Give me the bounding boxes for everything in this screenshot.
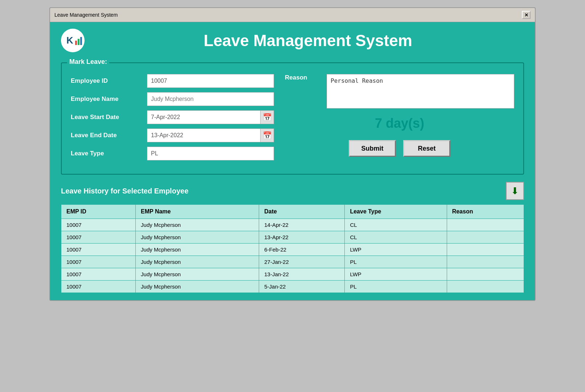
table-cell-reason bbox=[447, 219, 524, 231]
history-section: Leave History for Selected Employee ⬇ EM… bbox=[61, 182, 524, 293]
form-right: Reason Personal Reason 7 day(s) Submit R… bbox=[285, 74, 514, 165]
col-date: Date bbox=[259, 205, 345, 219]
leave-end-label: Leave End Date bbox=[71, 132, 147, 139]
svg-rect-4 bbox=[80, 37, 82, 45]
table-cell-reason bbox=[447, 268, 524, 281]
export-button[interactable]: ⬇ bbox=[506, 182, 524, 200]
table-cell-emp_id: 10007 bbox=[61, 244, 136, 256]
reason-row: Reason Personal Reason bbox=[285, 74, 514, 109]
leave-start-input[interactable] bbox=[147, 110, 260, 124]
table-cell-leave_type: LWP bbox=[345, 244, 447, 256]
table-header-row: EMP ID EMP Name Date Leave Type Reason bbox=[61, 205, 524, 219]
table-cell-leave_type: PL bbox=[345, 281, 447, 293]
table-cell-emp_name: Judy Mcpherson bbox=[136, 268, 259, 281]
main-content: Mark Leave: Employee ID Employee Name bbox=[50, 59, 535, 300]
table-cell-date: 13-Jan-22 bbox=[259, 268, 345, 281]
days-display: 7 day(s) bbox=[285, 116, 514, 131]
leave-type-input[interactable] bbox=[147, 147, 274, 160]
table-cell-date: 27-Jan-22 bbox=[259, 256, 345, 268]
employee-name-input[interactable] bbox=[147, 92, 274, 106]
calendar-icon: 📅 bbox=[263, 113, 272, 122]
table-cell-emp_name: Judy Mcpherson bbox=[136, 231, 259, 244]
col-leave-type: Leave Type bbox=[345, 205, 447, 219]
table-cell-emp_name: Judy Mcpherson bbox=[136, 281, 259, 293]
table-cell-reason bbox=[447, 231, 524, 244]
table-cell-emp_id: 10007 bbox=[61, 256, 136, 268]
employee-name-label: Employee Name bbox=[71, 95, 147, 103]
leave-start-row: Leave Start Date 📅 bbox=[71, 110, 274, 124]
col-emp-id: EMP ID bbox=[61, 205, 136, 219]
table-cell-reason bbox=[447, 244, 524, 256]
leave-end-calendar-button[interactable]: 📅 bbox=[260, 128, 274, 142]
employee-id-input[interactable] bbox=[147, 74, 274, 88]
table-cell-emp_id: 10007 bbox=[61, 231, 136, 244]
download-icon: ⬇ bbox=[511, 185, 519, 197]
leave-start-field: 📅 bbox=[147, 110, 274, 124]
table-cell-emp_name: Judy Mcpherson bbox=[136, 244, 259, 256]
logo: K bbox=[61, 29, 85, 52]
table-cell-reason bbox=[447, 256, 524, 268]
svg-rect-2 bbox=[75, 41, 77, 45]
form-body: Employee ID Employee Name Leave Start Da… bbox=[71, 74, 514, 165]
table-cell-date: 5-Jan-22 bbox=[259, 281, 345, 293]
table-row: 10007Judy Mcpherson6-Feb-22LWP bbox=[61, 244, 524, 256]
leave-end-row: Leave End Date 📅 bbox=[71, 128, 274, 142]
reason-textarea[interactable]: Personal Reason bbox=[327, 74, 514, 109]
table-cell-emp_id: 10007 bbox=[61, 219, 136, 231]
reset-button[interactable]: Reset bbox=[403, 140, 450, 157]
action-buttons: Submit Reset bbox=[285, 140, 514, 157]
history-title: Leave History for Selected Employee bbox=[61, 187, 188, 195]
table-cell-date: 6-Feb-22 bbox=[259, 244, 345, 256]
table-row: 10007Judy Mcpherson27-Jan-22PL bbox=[61, 256, 524, 268]
leave-end-input[interactable] bbox=[147, 128, 260, 142]
mark-leave-section: Mark Leave: Employee ID Employee Name bbox=[61, 62, 524, 175]
leave-type-label: Leave Type bbox=[71, 150, 147, 157]
table-cell-emp_id: 10007 bbox=[61, 268, 136, 281]
table-cell-emp_name: Judy Mcpherson bbox=[136, 219, 259, 231]
history-header: Leave History for Selected Employee ⬇ bbox=[61, 182, 524, 200]
leave-start-label: Leave Start Date bbox=[71, 114, 147, 121]
table-cell-leave_type: LWP bbox=[345, 268, 447, 281]
svg-rect-3 bbox=[78, 39, 79, 45]
reason-label: Reason bbox=[285, 74, 321, 81]
employee-id-row: Employee ID bbox=[71, 74, 274, 88]
table-cell-date: 13-Apr-22 bbox=[259, 231, 345, 244]
history-table: EMP ID EMP Name Date Leave Type Reason 1… bbox=[61, 204, 524, 293]
app-title: Leave Management System bbox=[92, 32, 524, 50]
title-bar: Leave Management System ✕ bbox=[50, 8, 535, 22]
app-header: K Leave Management System bbox=[50, 22, 535, 59]
table-row: 10007Judy Mcpherson13-Apr-22CL bbox=[61, 231, 524, 244]
table-cell-date: 14-Apr-22 bbox=[259, 219, 345, 231]
submit-button[interactable]: Submit bbox=[349, 140, 396, 157]
table-cell-leave_type: CL bbox=[345, 219, 447, 231]
employee-id-label: Employee ID bbox=[71, 77, 147, 85]
table-row: 10007Judy Mcpherson5-Jan-22PL bbox=[61, 281, 524, 293]
leave-start-calendar-button[interactable]: 📅 bbox=[260, 110, 274, 124]
mark-leave-title: Mark Leave: bbox=[67, 58, 109, 66]
table-cell-emp_name: Judy Mcpherson bbox=[136, 256, 259, 268]
employee-name-row: Employee Name bbox=[71, 92, 274, 106]
table-cell-leave_type: CL bbox=[345, 231, 447, 244]
window-title: Leave Management System bbox=[54, 12, 118, 18]
table-row: 10007Judy Mcpherson14-Apr-22CL bbox=[61, 219, 524, 231]
col-emp-name: EMP Name bbox=[136, 205, 259, 219]
table-cell-leave_type: PL bbox=[345, 256, 447, 268]
table-cell-reason bbox=[447, 281, 524, 293]
svg-text:K: K bbox=[66, 35, 73, 46]
col-reason: Reason bbox=[447, 205, 524, 219]
table-cell-emp_id: 10007 bbox=[61, 281, 136, 293]
close-button[interactable]: ✕ bbox=[522, 11, 531, 19]
leave-type-row: Leave Type bbox=[71, 147, 274, 160]
table-row: 10007Judy Mcpherson13-Jan-22LWP bbox=[61, 268, 524, 281]
form-left: Employee ID Employee Name Leave Start Da… bbox=[71, 74, 274, 165]
logo-svg: K bbox=[62, 30, 84, 52]
leave-end-field: 📅 bbox=[147, 128, 274, 142]
main-window: Leave Management System ✕ K Leave Manage… bbox=[49, 7, 536, 301]
calendar-icon-2: 📅 bbox=[263, 131, 272, 140]
